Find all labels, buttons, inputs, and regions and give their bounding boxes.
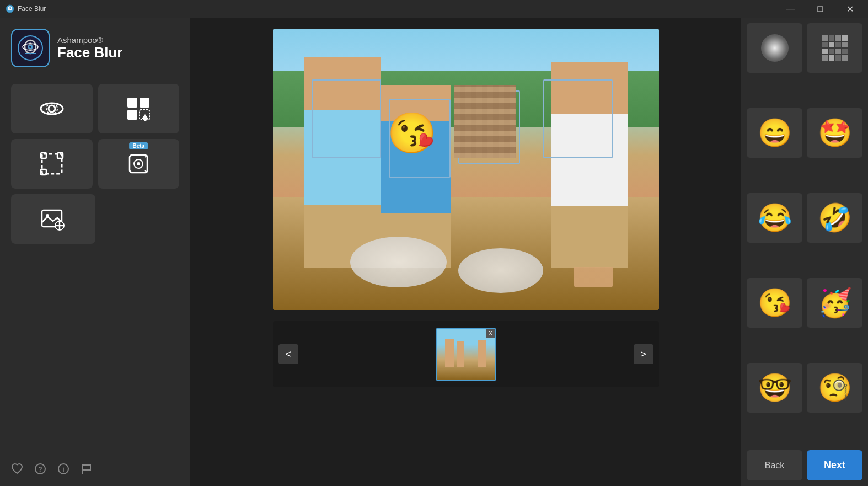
filmstrip-prev[interactable]: < [278,344,298,364]
svg-rect-13 [127,98,137,108]
effect-blur[interactable] [747,23,802,73]
effect-emoji-happy[interactable]: 😄 [747,108,802,158]
sidebar: Ashampoo® Face Blur [0,18,190,486]
svg-rect-39 [822,35,828,41]
title-bar: Face Blur — □ ✕ [0,0,868,18]
tool-region[interactable] [11,139,93,189]
title-bar-text: Face Blur [18,5,778,13]
svg-rect-14 [140,98,149,108]
tool-batch[interactable] [98,84,180,133]
emoji-overlay-1: 😘 [381,93,443,172]
app-icon [6,4,14,13]
tool-grid: Beta [11,84,179,189]
svg-text:?: ? [38,466,42,473]
svg-rect-52 [829,55,834,61]
flag-icon [81,463,93,475]
logo-icon [17,35,44,61]
maximize-button[interactable]: □ [807,0,833,18]
svg-rect-41 [835,35,841,41]
effect-emoji-laugh[interactable]: 😂 [747,193,802,243]
grid-cursor-icon [125,95,152,122]
svg-point-24 [137,162,140,165]
app-name-brand: Ashampoo® [57,35,123,45]
window-controls: — □ ✕ [778,0,862,18]
svg-rect-48 [829,49,834,54]
add-image-icon [40,206,66,232]
app-title: Ashampoo® Face Blur [57,35,123,61]
effect-emoji-star[interactable]: 🤩 [807,108,862,158]
svg-rect-43 [822,42,828,47]
right-panel: 😄 🤩 😂 🤣 😘 🥳 🤓 🧐 Back Next [741,18,868,486]
coffee-cup [574,237,613,287]
filmstrip: < X > [273,321,659,387]
heart-icon [11,463,23,475]
region-icon [39,151,65,177]
svg-point-11 [49,105,55,112]
effect-emoji-monocle[interactable]: 🧐 [807,363,862,413]
plate-2 [458,248,543,293]
app-name-product: Face Blur [57,45,123,61]
effect-emoji-kiss[interactable]: 😘 [747,278,802,328]
svg-text:i: i [62,466,64,473]
emoji-grid: 😄 🤩 😂 🤣 😘 🥳 🤓 🧐 [747,23,862,444]
face-box-4 [543,79,613,158]
heart-button[interactable] [11,463,23,475]
next-button[interactable]: Next [807,450,862,480]
tool-detect[interactable] [11,84,93,133]
blur-preview [761,34,789,62]
minimize-button[interactable]: — [778,0,803,18]
effect-pixel[interactable] [807,23,862,73]
svg-point-2 [9,7,10,10]
eye-icon [39,95,65,122]
tool-ai-detect[interactable]: Beta [98,139,180,189]
svg-rect-53 [835,55,841,61]
svg-rect-42 [842,35,848,41]
pixel-icon [821,34,849,62]
face-box-1 [312,79,381,158]
svg-point-9 [29,46,31,48]
main-layout: Ashampoo® Face Blur [0,18,868,486]
back-button[interactable]: Back [747,450,802,480]
ai-face-icon [125,151,152,177]
help-button[interactable]: ? [34,463,46,475]
action-buttons: Back Next [747,448,862,480]
svg-rect-40 [829,35,834,41]
filmstrip-items: X [304,328,628,381]
filmstrip-next[interactable]: > [634,344,653,364]
svg-rect-49 [835,49,841,54]
close-button[interactable]: ✕ [837,0,862,18]
svg-rect-15 [127,110,137,120]
svg-rect-45 [835,42,841,47]
svg-rect-46 [842,42,848,47]
effect-emoji-party[interactable]: 🥳 [807,278,862,328]
filmstrip-thumb-1[interactable]: X [436,328,496,381]
center-area: 😘 < [190,18,741,486]
app-logo [11,29,50,67]
effect-emoji-nerd[interactable]: 🤓 [747,363,802,413]
flag-button[interactable] [81,463,93,475]
tool-add-image[interactable] [11,194,95,244]
info-icon: i [57,463,69,475]
svg-rect-44 [829,42,834,47]
filmstrip-close[interactable]: X [486,329,495,338]
plate-1 [350,237,447,287]
info-button[interactable]: i [57,463,69,475]
effect-emoji-rofl[interactable]: 🤣 [807,193,862,243]
beta-badge: Beta [129,142,148,149]
add-image-row [11,194,95,244]
svg-rect-50 [842,49,848,54]
svg-rect-51 [822,55,828,61]
sidebar-header: Ashampoo® Face Blur [11,29,179,67]
svg-rect-54 [842,55,848,61]
pixel-overlay [454,85,516,158]
help-icon: ? [34,463,46,475]
svg-rect-18 [42,154,62,174]
image-canvas[interactable]: 😘 [273,29,659,310]
svg-rect-47 [822,49,828,54]
sidebar-footer: ? i [11,457,179,475]
photo-background: 😘 [273,29,659,310]
